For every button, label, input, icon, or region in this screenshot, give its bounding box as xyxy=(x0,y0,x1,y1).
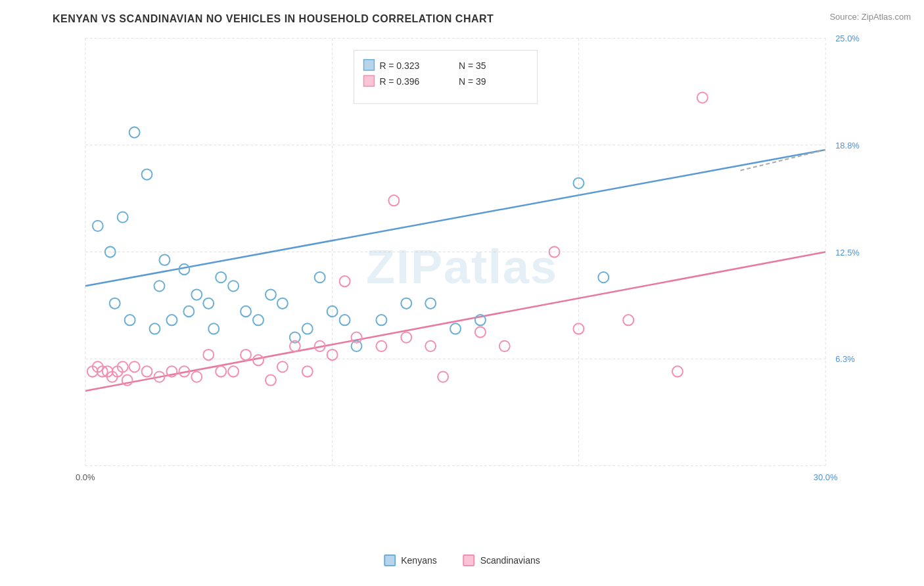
chart-container: KENYAN VS SCANDINAVIAN NO VEHICLES IN HO… xyxy=(0,0,924,586)
svg-point-32 xyxy=(203,298,214,309)
legend-kenyans-box xyxy=(384,554,396,566)
legend-scandinavians-label: Scandinavians xyxy=(480,555,540,566)
svg-point-38 xyxy=(266,289,276,300)
svg-line-19 xyxy=(85,252,825,391)
svg-text:18.8%: 18.8% xyxy=(835,141,860,150)
svg-point-86 xyxy=(499,341,510,351)
svg-point-33 xyxy=(208,323,219,334)
svg-point-69 xyxy=(203,349,214,360)
svg-point-30 xyxy=(183,306,194,317)
svg-point-52 xyxy=(598,272,609,282)
svg-point-26 xyxy=(154,281,165,291)
svg-line-18 xyxy=(741,150,826,171)
svg-point-91 xyxy=(697,93,708,103)
svg-point-34 xyxy=(216,272,226,282)
svg-point-39 xyxy=(277,298,288,309)
svg-point-28 xyxy=(166,315,177,325)
svg-point-70 xyxy=(216,366,226,376)
svg-point-68 xyxy=(191,371,202,382)
svg-point-53 xyxy=(125,315,135,325)
chart-title: KENYAN VS SCANDINAVIAN NO VEHICLES IN HO… xyxy=(53,13,871,25)
svg-point-92 xyxy=(340,276,350,286)
svg-point-73 xyxy=(253,355,264,365)
svg-point-24 xyxy=(129,127,140,137)
svg-point-48 xyxy=(425,298,436,309)
svg-point-82 xyxy=(401,332,411,343)
svg-point-41 xyxy=(302,323,313,334)
svg-point-84 xyxy=(438,371,448,382)
svg-point-35 xyxy=(228,281,239,291)
svg-text:N = 35: N = 35 xyxy=(459,60,486,71)
svg-text:N = 39: N = 39 xyxy=(459,76,486,87)
svg-text:0.0%: 0.0% xyxy=(76,472,95,482)
svg-text:R = 0.396: R = 0.396 xyxy=(379,76,419,87)
svg-point-25 xyxy=(142,169,152,179)
svg-point-23 xyxy=(118,212,128,223)
svg-point-49 xyxy=(450,323,461,334)
svg-point-64 xyxy=(142,366,152,376)
source-label: Source: ZipAtlas.com xyxy=(829,12,911,22)
svg-line-17 xyxy=(85,150,825,286)
svg-point-74 xyxy=(266,375,276,386)
svg-text:R = 0.323: R = 0.323 xyxy=(379,60,419,71)
svg-point-63 xyxy=(129,361,140,372)
legend-scandinavians: Scandinavians xyxy=(463,554,540,566)
svg-point-46 xyxy=(376,315,386,325)
svg-rect-98 xyxy=(363,76,374,86)
svg-point-20 xyxy=(93,221,103,231)
svg-point-83 xyxy=(425,341,436,351)
svg-point-27 xyxy=(159,255,170,265)
legend-kenyans-label: Kenyans xyxy=(401,555,436,566)
svg-rect-95 xyxy=(363,60,374,70)
svg-point-62 xyxy=(122,375,133,386)
svg-point-81 xyxy=(376,341,386,351)
svg-point-77 xyxy=(302,366,313,376)
legend-kenyans: Kenyans xyxy=(384,554,436,566)
svg-point-36 xyxy=(241,306,251,317)
svg-point-47 xyxy=(401,298,411,309)
svg-text:6.3%: 6.3% xyxy=(835,354,855,364)
scatter-chart: 25.0% 18.8% 12.5% 6.3% 0.0% 30.0% No Veh… xyxy=(53,32,871,512)
svg-text:25.0%: 25.0% xyxy=(835,34,860,43)
svg-point-54 xyxy=(150,323,160,334)
svg-text:30.0%: 30.0% xyxy=(814,472,838,482)
svg-text:12.5%: 12.5% xyxy=(835,247,860,257)
svg-point-22 xyxy=(110,298,120,309)
svg-point-37 xyxy=(253,315,264,325)
svg-point-31 xyxy=(191,289,202,300)
svg-point-44 xyxy=(340,315,350,325)
chart-area: ZIPatlas 25.0% 18.8% 12.5% xyxy=(53,32,871,512)
svg-point-42 xyxy=(315,272,325,282)
svg-point-71 xyxy=(228,366,239,376)
legend-container: Kenyans Scandinavians xyxy=(384,554,540,566)
svg-point-90 xyxy=(672,366,683,376)
svg-point-89 xyxy=(623,315,634,325)
svg-point-85 xyxy=(475,327,486,337)
legend-scandinavians-box xyxy=(463,554,475,566)
svg-point-93 xyxy=(388,195,399,206)
svg-point-75 xyxy=(277,361,288,372)
